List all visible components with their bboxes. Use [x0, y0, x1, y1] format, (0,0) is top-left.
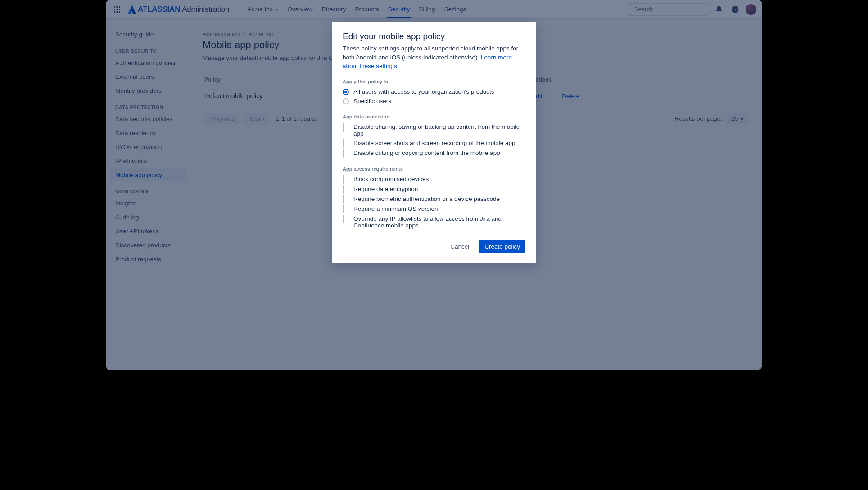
- radio-label: Specific users: [353, 98, 391, 104]
- data-protection-heading: App data protection: [343, 114, 525, 119]
- radio-icon: [343, 89, 349, 95]
- radio-specific-users[interactable]: Specific users: [343, 96, 525, 106]
- check-require-min-os[interactable]: Require a minimum OS version: [343, 204, 525, 214]
- check-label: Require a minimum OS version: [353, 205, 438, 212]
- check-disable-sharing[interactable]: Disable sharing, saving or backing up co…: [343, 122, 525, 138]
- check-override-ip-allowlists[interactable]: Override any IP allowlists to allow acce…: [343, 214, 525, 230]
- modal-title: Edit your mobile app policy: [343, 32, 525, 41]
- access-requirements-heading: App access requirements: [343, 166, 525, 172]
- modal-scrim[interactable]: Edit your mobile app policy These policy…: [106, 0, 762, 370]
- checkbox-icon: [343, 205, 344, 213]
- modal-description: These policy settings apply to all suppo…: [343, 44, 525, 71]
- checkbox-icon: [343, 185, 344, 194]
- apply-to-heading: Apply this policy to: [343, 79, 525, 84]
- checkbox-icon: [343, 139, 344, 148]
- radio-icon: [343, 98, 349, 104]
- checkbox-icon: [343, 195, 344, 204]
- radio-all-users[interactable]: All users with access to your organizati…: [343, 87, 525, 96]
- check-label: Block compromised devices: [353, 176, 429, 182]
- check-label: Require biometric authentication or a de…: [353, 195, 500, 202]
- check-label: Disable cutting or copying content from …: [353, 150, 500, 156]
- checkbox-icon: [343, 175, 344, 184]
- check-label: Disable sharing, saving or backing up co…: [353, 123, 525, 137]
- checkbox-icon: [343, 123, 344, 132]
- cancel-button[interactable]: Cancel: [445, 240, 475, 253]
- create-policy-button[interactable]: Create policy: [479, 240, 525, 253]
- check-label: Override any IP allowlists to allow acce…: [353, 215, 525, 229]
- check-disable-cut-copy[interactable]: Disable cutting or copying content from …: [343, 148, 525, 158]
- check-label: Disable screenshots and screen recording…: [353, 140, 515, 146]
- check-disable-screenshots[interactable]: Disable screenshots and screen recording…: [343, 138, 525, 148]
- check-require-encryption[interactable]: Require data encryption: [343, 184, 525, 194]
- checkbox-icon: [343, 149, 344, 158]
- edit-policy-modal: Edit your mobile app policy These policy…: [332, 22, 536, 263]
- checkbox-icon: [343, 215, 344, 223]
- radio-label: All users with access to your organizati…: [353, 88, 494, 95]
- check-block-compromised[interactable]: Block compromised devices: [343, 174, 525, 184]
- check-label: Require data encryption: [353, 186, 418, 192]
- check-require-biometric[interactable]: Require biometric authentication or a de…: [343, 194, 525, 204]
